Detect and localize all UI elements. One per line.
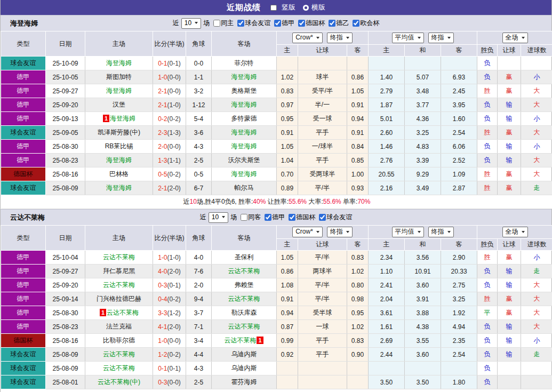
layout-radio-vertical[interactable]: 竖版 [268,3,295,12]
average-odds-type-select[interactable]: 终指 [428,227,454,237]
match-count-select[interactable]: 10 [209,212,228,223]
match-result-cell: 负 [477,112,498,126]
corners-cell: 4-3 [186,140,212,154]
full-time-score: 2-1 [158,185,167,192]
handicap-home-odds-cell: 1.08 [277,278,298,292]
league-checkbox-input[interactable] [237,20,244,27]
full-time-score: 0-1 [158,60,167,67]
league-checkbox-input[interactable] [274,20,281,27]
table-row: 德国杯25-08-16巴林格0-5(0-2)0-5海登海姆0.70受两球半1.0… [1,167,552,181]
team-name-text: 勒沃库森 [231,309,257,316]
company-odds-type-select[interactable]: 终指 [327,227,353,237]
league-checkbox[interactable]: 德国杯 [294,19,325,28]
league-type-cell: 球会友谊 [1,57,46,70]
goals-result-cell: 大 [521,98,552,112]
avg-home-odds-cell: 2.76 [369,154,405,167]
score-cell: 0-5(0-2) [153,167,186,181]
league-checkbox-input[interactable] [319,214,326,221]
company-odds-type-select[interactable]: 终指 [327,33,353,43]
half-time-score: (1-0) [167,101,181,109]
league-type-cell: 德甲 [1,251,46,265]
league-checkbox-input[interactable] [329,20,335,27]
team-name-text: 乌迪内斯 [231,364,257,372]
dropdown-group-header: 平均值终指 [369,226,477,239]
average-select[interactable]: 平均值 [392,33,424,43]
handicap-line-cell [298,362,347,375]
full-time-score: 0-3 [158,282,167,289]
same-venue-checkbox[interactable]: 同客 [237,213,261,222]
league-checkbox-input[interactable] [298,20,305,27]
team-name-text: 拜仁慕尼黑 [103,267,135,275]
match-result-cell: 负 [477,154,498,167]
same-venue-checkbox[interactable]: 同主 [210,19,234,28]
average-select[interactable]: 平均值 [392,227,424,237]
handicap-home-odds-cell: 0.91 [277,126,298,140]
table-row: 德甲25-09-20汉堡2-1(1-0)1-12海登海姆0.97半/一0.911… [1,98,552,112]
team-name-text: 云达不莱梅 [103,253,135,261]
corners-cell: 3-4 [186,334,212,348]
score-cell: 0-2(0-2) [153,112,186,126]
home-team-cell: 斯图加特 [85,70,153,84]
handicap-away-odds-cell: 0.91 [347,126,369,140]
league-checkbox[interactable]: 欧会杯 [349,19,379,28]
home-team-cell: 1云达不莱梅 [85,306,153,320]
sub-column-header: 让球 [298,45,347,57]
home-team-cell: RB莱比锡 [85,140,153,154]
avg-home-odds-cell [369,362,405,375]
handicap-line-cell: 半/一 [298,98,347,112]
table-row: 德甲25-08-30RB莱比锡2-0(0-0)4-3海登海姆1.05一/球半0.… [1,140,552,154]
league-type-cell: 德甲 [1,84,46,98]
handicap-line-cell: 受一球 [298,112,347,126]
league-checkbox[interactable]: 球会友谊 [234,19,270,28]
average-odds-type-select[interactable]: 终指 [428,33,454,43]
avg-away-odds-cell: 1.09 [441,167,477,181]
company-select[interactable]: Crow* [292,227,323,237]
column-header: 客场 [212,226,277,251]
avg-home-odds-cell: 2.60 [369,126,405,140]
league-type-cell: 德国杯 [1,167,46,181]
half-time-score: (0-1) [167,365,181,372]
same-venue-checkbox-input[interactable] [213,20,220,27]
score-cell: 0-1(0-1) [153,362,186,375]
league-checkbox-input[interactable] [265,214,271,221]
date-cell: 25-09-20 [46,278,85,292]
league-checkbox[interactable]: 德国杯 [285,213,315,222]
home-team-cell: 海登海姆 [85,154,153,167]
sub-column-header: 和 [405,239,441,251]
league-checkbox[interactable]: 球会友谊 [315,213,352,222]
team-name-text: 海登海姆 [231,101,257,108]
league-checkbox-input[interactable] [353,20,359,27]
layout-radio-horizontal[interactable]: 横版 [303,3,325,12]
team-name-text: 巴林格 [109,170,129,178]
scope-select[interactable]: 全场 [502,33,528,43]
match-count-select[interactable]: 10 [181,18,201,29]
handicap-home-odds-cell: 1.02 [277,70,298,84]
scope-select[interactable]: 全场 [502,227,528,237]
league-checkbox-input[interactable] [289,214,295,221]
avg-away-odds-cell [441,57,477,70]
column-header: 角球 [186,226,212,251]
avg-draw-odds-cell [405,362,441,375]
handicap-home-odds-cell: 1.05 [277,140,298,154]
score-cell: 0-3(0-1) [153,278,186,292]
handicap-away-odds-cell: 1.05 [347,84,369,98]
league-checkbox[interactable]: 德甲 [270,19,294,28]
summary-row: 近10场,胜4平0负6, 胜率:40% 让胜率:55.6% 大率:55.6% 单… [1,195,552,209]
half-time-score: (2-0) [167,323,181,331]
league-checkbox[interactable]: 德乙 [325,19,349,28]
company-select[interactable]: Crow* [292,33,323,43]
handicap-away-odds-cell: 0.84 [347,140,369,154]
home-team-cell: 比勒菲尔德 [85,334,153,348]
league-type-cell: 球会友谊 [1,348,46,362]
away-team-cell: 圣保利 [212,251,277,265]
select-value: 终指 [431,228,444,236]
league-checkbox[interactable]: 德甲 [261,213,285,222]
date-cell: 25-09-27 [46,84,85,98]
chevron-down-icon [316,37,319,39]
handicap-home-odds-cell: 0.92 [277,348,298,362]
handicap-line-cell [298,375,347,389]
checkbox-label: 德国杯 [296,213,315,222]
table-header-row: 类型日期主场比分(半场)角球客场Crow*终指平均值终指全场 [1,31,552,45]
same-venue-checkbox-input[interactable] [241,214,247,221]
home-team-cell: 1海登海姆 [85,112,153,126]
